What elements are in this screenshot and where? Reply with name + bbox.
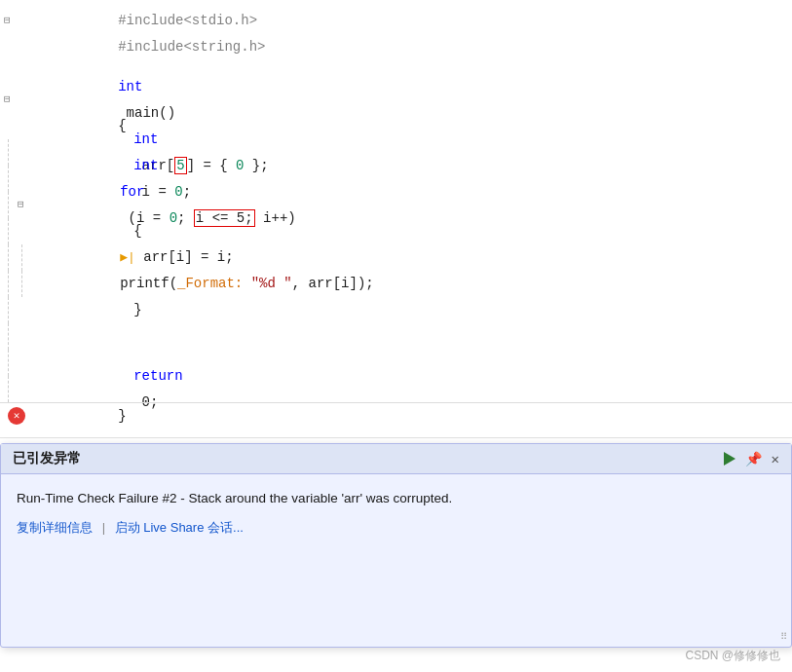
watermark: CSDN @修修修也 [685, 648, 780, 664]
exception-popup: 已引发异常 📌 ✕ Run-Time Check Failure #2 - St… [0, 443, 792, 648]
exception-message: Run-Time Check Failure #2 - Stack around… [17, 488, 775, 509]
gutter-6 [0, 139, 49, 166]
gutter-15 [0, 376, 49, 402]
gutter-10 [0, 244, 49, 271]
token: } [118, 408, 126, 424]
resize-handle[interactable]: ⠿ [780, 631, 787, 643]
error-icon [8, 407, 25, 425]
live-share-link[interactable]: 启动 Live Share 会话... [115, 520, 244, 535]
exception-header: 已引发异常 📌 ✕ [1, 444, 791, 474]
gutter-13 [0, 323, 49, 350]
exception-controls: 📌 ✕ [724, 451, 779, 467]
code-editor: ⊟ #include<stdio.h> #include<string.h> ⊟… [0, 0, 792, 438]
code-line-16: } [0, 402, 792, 429]
collapse-1[interactable]: ⊟ [4, 8, 11, 34]
collapse-4[interactable]: ⊟ [4, 87, 11, 113]
token: } [133, 302, 141, 317]
gutter-4: ⊟ [0, 87, 49, 113]
separator: | [102, 520, 105, 535]
gutter-12 [0, 297, 49, 323]
gutter-8: ⊟ [0, 192, 49, 218]
gutter-11 [0, 271, 49, 297]
play-button[interactable] [724, 452, 735, 466]
gutter-1: ⊟ [0, 8, 49, 34]
copy-details-link[interactable]: 复制详细信息 [17, 520, 93, 535]
gutter-7 [0, 166, 49, 192]
code-line-12: } [0, 297, 792, 323]
exception-title: 已引发异常 [13, 450, 81, 467]
collapse-8[interactable]: ⊟ [18, 192, 24, 218]
pin-icon[interactable]: 📌 [745, 451, 762, 467]
close-button[interactable]: ✕ [772, 451, 779, 467]
gutter-14 [0, 350, 49, 376]
exception-links: 复制详细信息 | 启动 Live Share 会话... [17, 519, 775, 537]
line-content-16: } [49, 377, 792, 439]
exception-body: Run-Time Check Failure #2 - Stack around… [1, 474, 791, 546]
gutter-9 [0, 218, 49, 244]
code-lines: ⊟ #include<stdio.h> #include<string.h> ⊟… [0, 0, 792, 436]
